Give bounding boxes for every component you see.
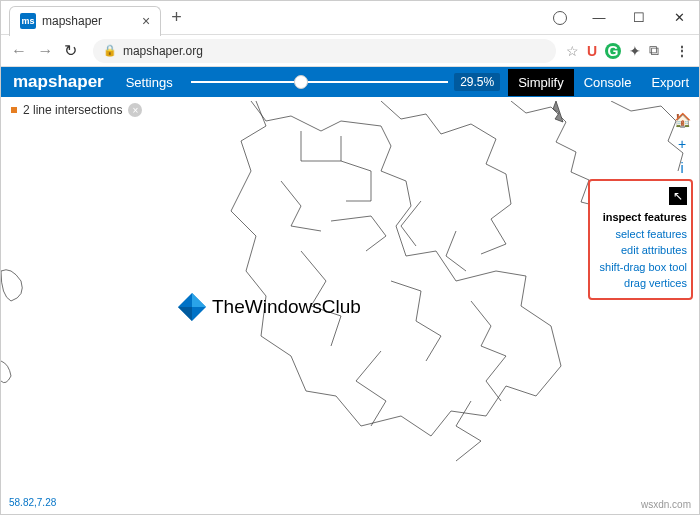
inspect-features-option[interactable]: inspect features bbox=[594, 209, 687, 226]
box-tool-option[interactable]: shift-drag box tool bbox=[594, 259, 687, 276]
slider-track bbox=[191, 81, 448, 83]
settings-button[interactable]: Settings bbox=[116, 75, 183, 90]
export-button[interactable]: Export bbox=[641, 75, 699, 90]
coords-readout: 58.82,7.28 bbox=[9, 497, 56, 508]
browser-tab[interactable]: ms mapshaper × bbox=[9, 6, 161, 36]
slider-thumb[interactable] bbox=[294, 75, 308, 89]
tab-favicon: ms bbox=[20, 13, 36, 29]
nav-icons: ← → ↻ bbox=[11, 41, 83, 60]
console-button[interactable]: Console bbox=[574, 75, 642, 90]
drag-vertices-option[interactable]: drag vertices bbox=[594, 275, 687, 292]
forward-button: → bbox=[37, 42, 53, 59]
close-window-button[interactable]: ✕ bbox=[659, 10, 699, 25]
windowsclub-icon bbox=[176, 291, 208, 323]
svg-marker-2 bbox=[178, 307, 192, 321]
new-tab-button[interactable]: + bbox=[171, 7, 182, 28]
info-icon[interactable]: i bbox=[673, 159, 691, 177]
app-header: mapshaper Settings 29.5% Simplify Consol… bbox=[1, 67, 699, 97]
bookmark-star-icon[interactable]: ☆ bbox=[566, 43, 579, 59]
minimize-button[interactable]: — bbox=[579, 10, 619, 25]
reload-button[interactable]: ↻ bbox=[64, 42, 77, 59]
ublock-icon[interactable]: U bbox=[587, 43, 597, 59]
url-host: mapshaper.org bbox=[123, 44, 203, 58]
address-bar: ← → ↻ 🔒 mapshaper.org ☆ U G ✦ ⧉ ⋮ bbox=[1, 35, 699, 67]
lock-icon: 🔒 bbox=[103, 44, 117, 57]
titlebar: ms mapshaper × + — ☐ ✕ bbox=[1, 1, 699, 35]
brand-logo[interactable]: mapshaper bbox=[1, 72, 116, 92]
select-features-option[interactable]: select features bbox=[594, 226, 687, 243]
extensions-icon[interactable]: ✦ bbox=[629, 43, 641, 59]
reading-list-icon[interactable]: ⧉ bbox=[649, 42, 659, 59]
addr-right-icons: ☆ U G ✦ ⧉ ⋮ bbox=[566, 42, 689, 59]
simplify-slider[interactable]: 29.5% bbox=[183, 73, 509, 91]
tab-title: mapshaper bbox=[42, 14, 102, 28]
account-circle-icon[interactable] bbox=[553, 11, 567, 25]
tab-close-icon[interactable]: × bbox=[142, 13, 150, 29]
source-watermark: wsxdn.com bbox=[641, 499, 691, 510]
svg-marker-1 bbox=[192, 293, 206, 307]
window-controls: — ☐ ✕ bbox=[547, 10, 699, 25]
maximize-button[interactable]: ☐ bbox=[619, 10, 659, 25]
simplify-percent: 29.5% bbox=[454, 73, 500, 91]
grammarly-icon[interactable]: G bbox=[605, 43, 621, 59]
home-icon[interactable]: 🏠 bbox=[673, 111, 691, 129]
menu-dots-icon[interactable]: ⋮ bbox=[675, 43, 689, 59]
edit-attributes-option[interactable]: edit attributes bbox=[594, 242, 687, 259]
watermark-text: TheWindowsClub bbox=[212, 296, 361, 318]
simplify-button[interactable]: Simplify bbox=[508, 69, 574, 96]
back-button[interactable]: ← bbox=[11, 42, 27, 59]
watermark-logo: TheWindowsClub bbox=[176, 291, 361, 323]
window-frame: ms mapshaper × + — ☐ ✕ ← → ↻ 🔒 mapshaper… bbox=[0, 0, 700, 515]
url-field[interactable]: 🔒 mapshaper.org bbox=[93, 39, 556, 63]
cursor-tool-icon[interactable]: ↖ bbox=[669, 187, 687, 205]
tool-menu-popup: ↖ inspect features select features edit … bbox=[588, 179, 693, 300]
zoom-in-icon[interactable]: + bbox=[673, 135, 691, 153]
